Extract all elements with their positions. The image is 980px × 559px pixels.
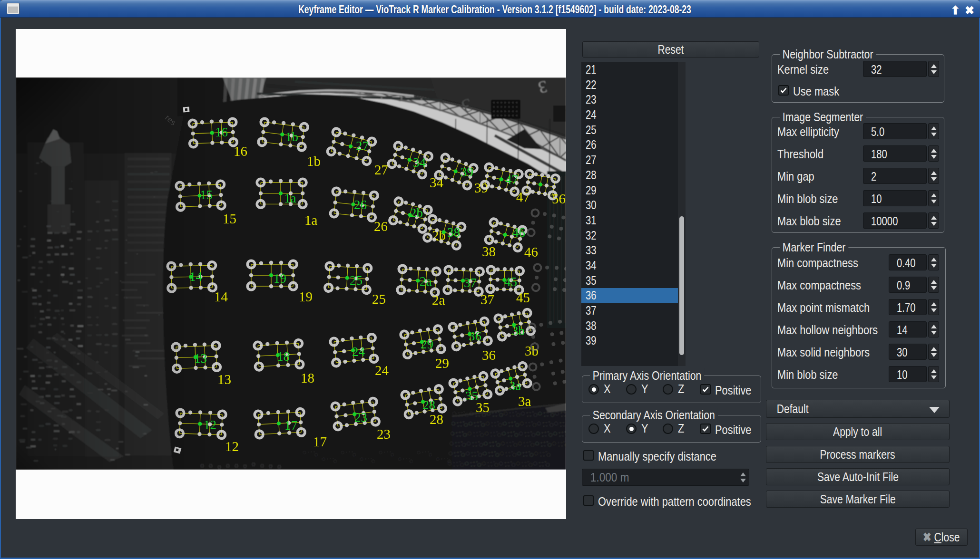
svg-text:2a: 2a bbox=[432, 292, 445, 308]
svg-text:12: 12 bbox=[225, 439, 239, 454]
svg-text:17: 17 bbox=[284, 418, 297, 433]
svg-text:2b: 2b bbox=[410, 206, 423, 220]
svg-text:26: 26 bbox=[374, 219, 388, 234]
svg-text:25: 25 bbox=[350, 273, 363, 288]
svg-text:25: 25 bbox=[372, 291, 386, 307]
svg-text:38: 38 bbox=[447, 225, 460, 240]
svg-text:36: 36 bbox=[482, 347, 496, 363]
svg-text:16: 16 bbox=[234, 144, 247, 159]
svg-text:24: 24 bbox=[375, 363, 389, 378]
svg-text:18: 18 bbox=[277, 349, 290, 364]
svg-text:45: 45 bbox=[504, 275, 517, 289]
svg-text:14: 14 bbox=[214, 289, 228, 304]
svg-text:45: 45 bbox=[516, 290, 530, 305]
svg-text:23: 23 bbox=[377, 426, 391, 442]
svg-text:28: 28 bbox=[430, 412, 443, 427]
svg-text:3b: 3b bbox=[512, 324, 525, 338]
svg-text:18: 18 bbox=[301, 370, 314, 386]
svg-text:1b: 1b bbox=[285, 130, 298, 144]
svg-text:1b: 1b bbox=[307, 154, 321, 169]
svg-text:16: 16 bbox=[215, 125, 228, 139]
svg-text:2a: 2a bbox=[420, 274, 432, 289]
svg-text:29: 29 bbox=[421, 337, 433, 351]
svg-text:19: 19 bbox=[299, 289, 313, 304]
svg-text:35: 35 bbox=[476, 400, 490, 415]
svg-text:13: 13 bbox=[217, 372, 231, 387]
svg-text:56: 56 bbox=[552, 191, 566, 206]
svg-text:36: 36 bbox=[469, 329, 481, 343]
svg-text:3a: 3a bbox=[509, 379, 521, 393]
svg-text:19: 19 bbox=[274, 271, 286, 286]
svg-text:1a: 1a bbox=[284, 191, 296, 205]
svg-text:23: 23 bbox=[354, 410, 367, 424]
svg-text:39: 39 bbox=[461, 165, 473, 179]
svg-text:27: 27 bbox=[356, 139, 369, 153]
svg-text:38: 38 bbox=[482, 244, 496, 259]
svg-text:29: 29 bbox=[435, 356, 449, 371]
svg-text:34: 34 bbox=[413, 155, 426, 170]
svg-text:26: 26 bbox=[354, 198, 367, 212]
svg-text:17: 17 bbox=[313, 434, 327, 449]
svg-text:37: 37 bbox=[464, 276, 477, 290]
svg-text:15: 15 bbox=[223, 211, 236, 226]
svg-text:28: 28 bbox=[422, 398, 435, 412]
svg-text:24: 24 bbox=[352, 345, 365, 359]
svg-text:46: 46 bbox=[524, 244, 538, 260]
svg-text:1a: 1a bbox=[304, 212, 318, 228]
svg-text:46: 46 bbox=[512, 225, 525, 240]
svg-text:47: 47 bbox=[505, 173, 518, 187]
svg-text:37: 37 bbox=[480, 292, 494, 307]
svg-text:27: 27 bbox=[374, 162, 388, 177]
svg-text:3a: 3a bbox=[518, 394, 531, 409]
